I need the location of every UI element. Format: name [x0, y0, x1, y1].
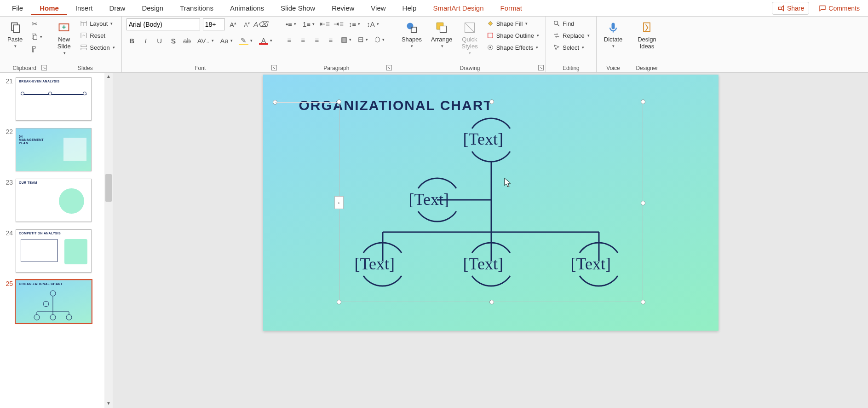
replace-button[interactable]: Replace▾	[551, 30, 592, 41]
thumb-slide-22[interactable]: 04 MANAGEMENT PLAN	[16, 128, 92, 171]
fill-icon	[486, 19, 494, 28]
decrease-indent-button[interactable]: ⇤≡	[319, 18, 330, 29]
smartart-convert-button[interactable]: ⬡▾	[373, 34, 386, 45]
align-right-button[interactable]: ≡	[311, 34, 322, 45]
thumb-slide-23[interactable]: OUR TEAM	[16, 179, 92, 222]
paste-button[interactable]: Paste ▾	[5, 18, 25, 50]
tab-smartart-design[interactable]: SmartArt Design	[425, 1, 492, 15]
thumb-slide-24[interactable]: COMPETITION ANALYSIS	[16, 229, 92, 273]
design-ideas-icon	[639, 20, 654, 35]
decrease-font-button[interactable]: A▾	[241, 19, 253, 30]
svg-point-18	[489, 47, 491, 48]
clear-formatting-button[interactable]: A⌫	[255, 19, 266, 30]
svg-rect-14	[440, 26, 447, 33]
scissors-icon: ✂	[32, 20, 38, 28]
bold-button[interactable]: B	[126, 35, 138, 46]
scroll-down-icon[interactable]: ▼	[105, 401, 112, 407]
text-direction-icon: ↕A	[367, 20, 375, 28]
arrange-button[interactable]: Arrange▾	[428, 18, 455, 50]
tab-draw[interactable]: Draw	[101, 1, 133, 15]
shape-fill-label: Shape Fill	[496, 20, 523, 27]
reset-button[interactable]: Reset	[78, 30, 116, 41]
thumb-slide-25[interactable]: ORGANIZATIONAL CHART	[16, 280, 92, 323]
tab-transitions[interactable]: Transitions	[172, 1, 222, 15]
tab-animations[interactable]: Animations	[222, 1, 272, 15]
numbering-button[interactable]: 1≡▾	[301, 18, 316, 29]
org-node-child-3[interactable]: [Text]	[571, 254, 611, 274]
highlight-button[interactable]: ✎▾	[237, 35, 254, 46]
cut-button[interactable]: ✂	[29, 18, 40, 29]
increase-indent-button[interactable]: ⇥≡	[333, 18, 344, 29]
paste-label: Paste	[7, 36, 23, 43]
increase-font-button[interactable]: A▴	[228, 19, 239, 30]
text-direction-button[interactable]: ↕A▾	[365, 18, 381, 29]
bullets-button[interactable]: •≡▾	[284, 18, 298, 29]
slide[interactable]: ORGANIZATIONAL CHART ‹	[263, 75, 719, 331]
scroll-up-icon[interactable]: ▲	[105, 74, 112, 80]
columns-button[interactable]: ▥▾	[339, 34, 353, 45]
case-icon: Aa	[220, 37, 229, 45]
font-name-select[interactable]	[126, 18, 200, 30]
justify-button[interactable]: ≡	[325, 34, 336, 45]
align-left-button[interactable]: ≡	[284, 34, 295, 45]
replace-label: Replace	[563, 32, 585, 39]
scroll-thumb[interactable]	[105, 174, 112, 202]
shape-effects-button[interactable]: Shape Effects▾	[484, 42, 541, 52]
tab-insert[interactable]: Insert	[67, 1, 101, 15]
comments-button[interactable]: Comments	[814, 2, 864, 14]
chevron-down-icon: ▾	[382, 37, 385, 42]
chevron-down-icon: ▾	[612, 44, 615, 48]
align-center-button[interactable]: ≡	[298, 34, 309, 45]
tab-help[interactable]: Help	[394, 1, 425, 15]
org-node-assistant[interactable]: [Text]	[409, 190, 449, 209]
char-spacing-button[interactable]: AV↔▾	[195, 35, 216, 46]
format-painter-button[interactable]	[29, 44, 40, 55]
slide-canvas-area[interactable]: ORGANIZATIONAL CHART ‹	[113, 73, 868, 408]
quick-styles-button[interactable]: Quick Styles▾	[459, 18, 480, 57]
new-slide-button[interactable]: New Slide ▾	[54, 18, 74, 57]
select-button[interactable]: Select▾	[551, 42, 592, 52]
org-node-top[interactable]: [Text]	[463, 129, 503, 149]
find-button[interactable]: Find	[551, 18, 592, 29]
shape-outline-button[interactable]: Shape Outline▾	[484, 30, 541, 41]
change-case-button[interactable]: Aa▾	[218, 35, 235, 46]
effects-icon	[486, 43, 494, 52]
strike-button[interactable]: ab	[182, 35, 193, 46]
dictate-button[interactable]: Dictate▾	[601, 18, 625, 50]
group-label-drawing: Drawing	[399, 63, 541, 71]
font-color-button[interactable]: A▾	[257, 35, 274, 46]
thumb-slide-21[interactable]: BREAK-EVEN ANALYSIS	[16, 77, 92, 121]
svg-point-30	[34, 315, 40, 320]
mic-icon	[606, 20, 621, 35]
quick-styles-label: Quick Styles	[461, 36, 477, 50]
section-button[interactable]: Section▾	[78, 42, 116, 52]
tab-slideshow[interactable]: Slide Show	[272, 1, 323, 15]
paragraph-dialog-launcher[interactable]: ↘	[386, 65, 392, 70]
line-spacing-button[interactable]: ↕≡▾	[347, 18, 362, 29]
slide-thumbnails-panel[interactable]: 21 BREAK-EVEN ANALYSIS 22 04 MANAGEMENT …	[0, 73, 113, 408]
org-node-child-1[interactable]: [Text]	[355, 254, 395, 274]
tab-review[interactable]: Review	[323, 1, 362, 15]
shapes-button[interactable]: Shapes▾	[399, 18, 425, 50]
tab-design[interactable]: Design	[133, 1, 172, 15]
tab-format[interactable]: Format	[492, 1, 531, 15]
share-button[interactable]: Share	[772, 2, 809, 15]
shadow-button[interactable]: S	[168, 35, 179, 46]
org-node-child-2[interactable]: [Text]	[463, 254, 503, 274]
tab-file[interactable]: File	[4, 1, 31, 15]
copy-button[interactable]: ▾	[29, 31, 44, 42]
align-text-button[interactable]: ⊟▾	[356, 34, 370, 45]
underline-button[interactable]: U	[154, 35, 165, 46]
tab-home[interactable]: Home	[31, 1, 67, 15]
shape-fill-button[interactable]: Shape Fill▾	[484, 18, 541, 29]
select-icon	[552, 43, 561, 52]
font-dialog-launcher[interactable]: ↘	[271, 65, 277, 70]
clipboard-dialog-launcher[interactable]: ↘	[41, 65, 47, 70]
italic-button[interactable]: I	[140, 35, 151, 46]
font-size-select[interactable]	[203, 18, 225, 30]
drawing-dialog-launcher[interactable]: ↘	[538, 65, 544, 70]
layout-button[interactable]: Layout▾	[78, 18, 116, 29]
design-ideas-button[interactable]: Design Ideas	[635, 18, 659, 52]
tab-view[interactable]: View	[362, 1, 394, 15]
thumbs-scrollbar[interactable]: ▲ ▼	[104, 73, 113, 408]
